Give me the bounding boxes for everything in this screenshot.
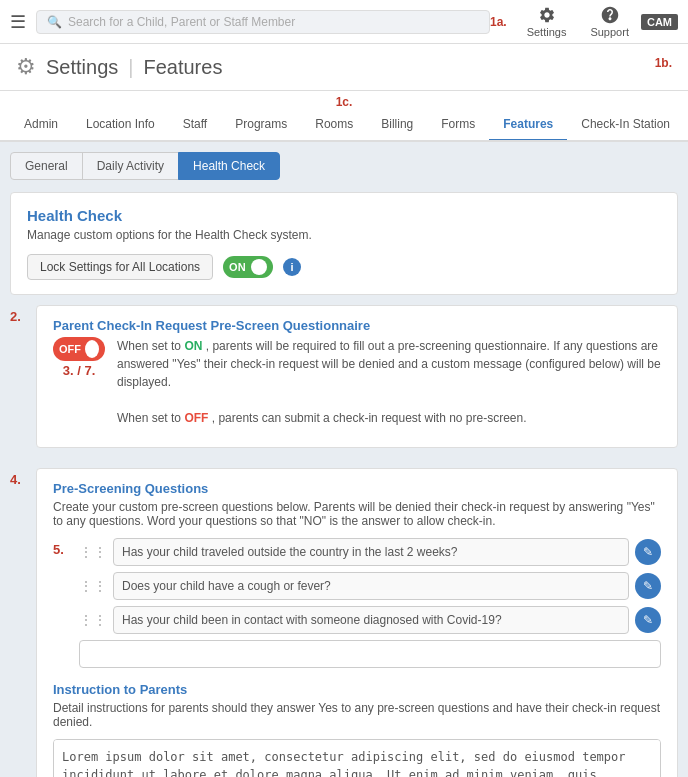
sub-tabs: General Daily Activity Health Check [10,152,678,180]
page-subtitle: Features [143,56,222,79]
search-icon: 🔍 [47,15,62,29]
label-4: 4. [10,468,32,487]
question-row-2: ⋮⋮ ✎ [79,572,661,600]
label-3-7: 3. / 7. [63,363,96,378]
drag-icon-1[interactable]: ⋮⋮ [79,544,107,560]
question-row-3: ⋮⋮ ✎ [79,606,661,634]
desc-off-prefix: When set to [117,411,181,425]
end-text: , parents can submit a check-in request … [212,411,527,425]
tab-checkin-station[interactable]: Check-In Station [567,109,684,142]
nav-tabs: Admin Location Info Staff Programs Rooms… [0,109,688,142]
subtab-daily-activity[interactable]: Daily Activity [82,152,179,180]
toggle-knob [251,259,267,275]
top-bar-actions: 1a. Settings Support CAM [490,2,678,42]
prescreening-title: Pre-Screening Questions [53,481,661,496]
label-2: 2. [10,305,32,324]
prescreening-questions-section: Pre-Screening Questions Create your cust… [36,468,678,777]
settings-button[interactable]: Settings [519,2,575,42]
tab-forms[interactable]: Forms [427,109,489,142]
tab-rooms[interactable]: Rooms [301,109,367,142]
drag-icon-2[interactable]: ⋮⋮ [79,578,107,594]
tab-features[interactable]: Features [489,109,567,142]
off-text: OFF [184,411,208,425]
prescreen-toggle[interactable]: OFF [53,337,105,361]
tab-programs[interactable]: Programs [221,109,301,142]
nav-tabs-wrapper: 1c. Admin Location Info Staff Programs R… [0,91,688,142]
toggle-off-label: OFF [59,343,81,355]
question-input-1[interactable] [113,538,629,566]
support-button[interactable]: Support [582,2,637,42]
top-bar: ☰ 🔍 Search for a Child, Parent or Staff … [0,0,688,44]
instruction-title: Instruction to Parents [53,682,661,697]
instruction-textarea[interactable]: Lorem ipsum dolor sit amet, consectetur … [53,739,661,777]
parent-prescreen-section: Parent Check-In Request Pre-Screen Quest… [36,305,678,448]
toggle-row: OFF 3. / 7. When set to ON , parents wil… [53,337,661,427]
health-check-desc: Manage custom options for the Health Che… [27,228,661,242]
content-area: General Daily Activity Health Check Heal… [0,142,688,777]
info-icon[interactable]: i [283,258,301,276]
tab-admin[interactable]: Admin [10,109,72,142]
edit-question-3-button[interactable]: ✎ [635,607,661,633]
lock-settings-row: Lock Settings for All Locations ON i [27,254,661,280]
parent-prescreen-title: Parent Check-In Request Pre-Screen Quest… [53,318,661,333]
question-row-1: ⋮⋮ ✎ [79,538,661,566]
search-bar[interactable]: 🔍 Search for a Child, Parent or Staff Me… [36,10,490,34]
health-check-card: Health Check Manage custom options for t… [10,192,678,295]
new-question-input[interactable] [79,640,661,668]
search-placeholder: Search for a Child, Parent or Staff Memb… [68,15,295,29]
cam-label[interactable]: CAM [641,14,678,30]
prescreen-toggle-text: When set to ON , parents will be require… [117,337,661,427]
label-1a: 1a. [490,15,507,29]
menu-icon[interactable]: ☰ [10,11,26,33]
instruction-section: Instruction to Parents Detail instructio… [53,682,661,777]
lock-settings-button[interactable]: Lock Settings for All Locations [27,254,213,280]
label-5: 5. [53,538,75,557]
label-1b: 1b. [655,54,672,70]
subtab-general[interactable]: General [10,152,83,180]
drag-icon-3[interactable]: ⋮⋮ [79,612,107,628]
edit-question-1-button[interactable]: ✎ [635,539,661,565]
on-text: ON [184,339,202,353]
subtab-health-check[interactable]: Health Check [178,152,280,180]
support-label: Support [590,26,629,38]
question-input-2[interactable] [113,572,629,600]
toggle-on-label: ON [229,261,246,273]
edit-question-2-button[interactable]: ✎ [635,573,661,599]
lock-toggle[interactable]: ON [223,256,273,278]
tab-firewall[interactable]: Firewall [684,109,688,142]
settings-label: Settings [527,26,567,38]
toggle-off-knob [85,340,99,358]
header-divider: | [128,56,133,79]
settings-gear-icon: ⚙ [16,54,36,80]
tab-staff[interactable]: Staff [169,109,221,142]
tab-location-info[interactable]: Location Info [72,109,169,142]
instruction-desc: Detail instructions for parents should t… [53,701,661,729]
tab-billing[interactable]: Billing [367,109,427,142]
page-title: Settings [46,56,118,79]
question-input-3[interactable] [113,606,629,634]
health-check-title: Health Check [27,207,661,224]
prescreening-desc: Create your custom pre-screen questions … [53,500,661,528]
page-header: ⚙ Settings | Features 1b. [0,44,688,91]
desc-on-prefix: When set to [117,339,181,353]
label-1c: 1c. [0,95,688,109]
